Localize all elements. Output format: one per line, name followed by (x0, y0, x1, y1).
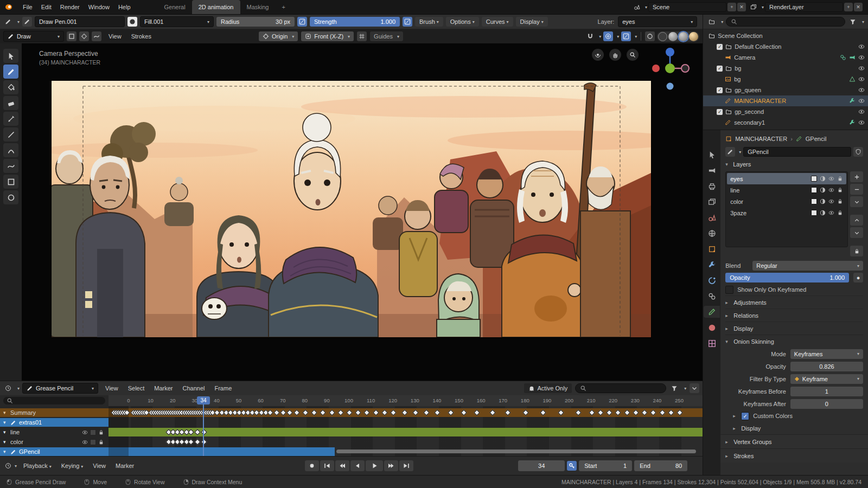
eye-icon[interactable] (858, 87, 865, 93)
tool-fill[interactable] (3, 80, 18, 94)
tool-line[interactable] (3, 127, 18, 142)
keyframe[interactable] (280, 409, 286, 415)
mask-icon[interactable] (820, 187, 826, 193)
dope-menu-channel[interactable]: Channel (178, 385, 209, 391)
viewport-canvas[interactable]: Camera Perspective (34) MAINCHARACTER (0, 43, 703, 381)
dope-sheet-search-input[interactable] (575, 383, 666, 393)
move-layer-up-button[interactable] (850, 215, 863, 226)
horizontal-scrollbar[interactable] (336, 450, 696, 453)
keyframe[interactable] (320, 409, 326, 415)
keyframe[interactable] (505, 409, 511, 415)
mask-icon[interactable] (820, 210, 826, 216)
keyframe[interactable] (461, 409, 467, 415)
channel-color-swatch[interactable] (811, 210, 817, 216)
field-opacity[interactable]: 0.826 (790, 362, 863, 371)
strength-slider[interactable]: Strength1.000 (310, 17, 400, 27)
keyframe[interactable] (668, 409, 674, 415)
menu-window[interactable]: Window (84, 4, 114, 10)
keyframe[interactable] (522, 409, 528, 415)
grid-icon[interactable] (357, 31, 367, 41)
popover-brush[interactable]: Brush▾ (415, 17, 443, 27)
delete-view-layer-button[interactable]: ✕ (854, 3, 863, 11)
properties-tab-output[interactable] (705, 180, 719, 192)
popover-options[interactable]: Options▾ (446, 17, 479, 27)
keyframe[interactable] (540, 409, 546, 415)
outliner-search-input[interactable] (726, 17, 845, 27)
lock-icon[interactable] (98, 439, 104, 445)
layer-opacity-slider[interactable]: Opacity1.000 (725, 273, 849, 282)
properties-tab-texture[interactable] (705, 337, 719, 349)
current-frame-field[interactable]: 34 (518, 460, 565, 471)
collection-checkbox[interactable]: ✓ (717, 109, 723, 115)
outliner-row-default-collection[interactable]: ✓Default Collection (703, 41, 868, 52)
channel-search-input[interactable] (3, 397, 105, 404)
shading-wireframe[interactable] (658, 32, 667, 41)
workspace-tab-add[interactable]: + (275, 0, 291, 14)
fake-user-icon[interactable] (853, 147, 863, 157)
keyframe[interactable] (412, 409, 418, 415)
timeline-editor-icon[interactable] (3, 461, 13, 471)
active-layer-dropdown[interactable]: eyes▾ (618, 16, 697, 27)
keyframe[interactable] (659, 409, 665, 415)
tool-box[interactable] (3, 175, 18, 189)
eye-icon[interactable] (828, 198, 834, 204)
eye-icon[interactable] (828, 176, 834, 182)
keyframe[interactable] (188, 439, 194, 445)
field-keyframes-after[interactable]: 0 (790, 399, 863, 409)
gp-layer-color[interactable]: color (727, 196, 846, 207)
field-filter-by-type[interactable]: Keyframe▾ (790, 374, 863, 384)
properties-tab-world[interactable] (705, 227, 719, 239)
field-keyframes-before[interactable]: 1 (790, 387, 863, 396)
workspace-tab-2d-animation[interactable]: 2D animation (192, 0, 240, 14)
keyframe[interactable] (201, 439, 207, 445)
breadcrumb-object[interactable]: MAINCHARACTER (735, 136, 787, 142)
menu-file[interactable]: File (18, 4, 37, 10)
eye-icon[interactable] (858, 98, 865, 104)
playhead[interactable] (203, 396, 204, 456)
brush-name-field[interactable]: Draw Pen.001 (35, 16, 125, 27)
remove-layer-button[interactable] (850, 184, 863, 195)
dope-menu-view[interactable]: View (101, 385, 123, 391)
panel-adjustments[interactable]: ▸Adjustments (725, 296, 863, 309)
new-scene-button[interactable]: + (727, 3, 736, 11)
lock-icon[interactable] (837, 210, 843, 216)
tool-cutter[interactable] (3, 112, 18, 126)
keyframe[interactable] (364, 409, 370, 415)
menu-help[interactable]: Help (114, 4, 135, 10)
channel-color-swatch[interactable] (811, 176, 817, 182)
keyframe[interactable] (474, 409, 480, 415)
outliner-filter-icon[interactable] (848, 17, 858, 27)
shading-material[interactable] (679, 32, 688, 41)
orientation-dropdown[interactable]: Front (X-Z)▾ (301, 31, 354, 41)
outliner-editor-icon[interactable] (707, 17, 717, 27)
eye-icon[interactable] (858, 108, 865, 115)
eye-icon[interactable] (828, 210, 834, 216)
properties-tab-modifiers[interactable] (705, 259, 719, 271)
breadcrumb-data[interactable]: GPencil (806, 136, 827, 142)
tool-circle[interactable] (3, 190, 18, 204)
keyframe[interactable] (423, 409, 429, 415)
gp-layer-eyes[interactable]: eyes (727, 173, 846, 184)
viewport-menu-view[interactable]: View (104, 33, 126, 40)
keyframe[interactable] (401, 409, 407, 415)
options-icon[interactable] (690, 383, 699, 393)
keyframe[interactable] (355, 409, 361, 415)
keyframe[interactable] (558, 409, 564, 415)
eye-icon[interactable] (858, 65, 865, 72)
workspace-tab-general[interactable]: General (158, 0, 192, 14)
outliner-row-maincharacter[interactable]: MAINCHARACTER (703, 95, 868, 106)
properties-tab-scene[interactable] (705, 211, 719, 223)
animate-property-button[interactable]: ● (853, 273, 863, 282)
keyframe[interactable] (615, 409, 621, 415)
viewport-menu-strokes[interactable]: Strokes (127, 33, 156, 40)
dope-menu-marker[interactable]: Marker (150, 385, 177, 391)
keyframe[interactable] (676, 409, 682, 415)
origin-dropdown[interactable]: Origin▾ (259, 31, 298, 41)
onion-display-subpanel[interactable]: ▸Display (725, 422, 863, 434)
outliner-row-secondary1[interactable]: secondary1 (703, 117, 868, 128)
blend-dropdown[interactable]: Regular▾ (752, 261, 863, 271)
guides-dropdown[interactable]: Guides▾ (370, 31, 403, 41)
lock-icon[interactable] (837, 198, 843, 204)
collection-checkbox[interactable]: ✓ (717, 87, 723, 93)
properties-tab-render[interactable] (705, 164, 719, 176)
